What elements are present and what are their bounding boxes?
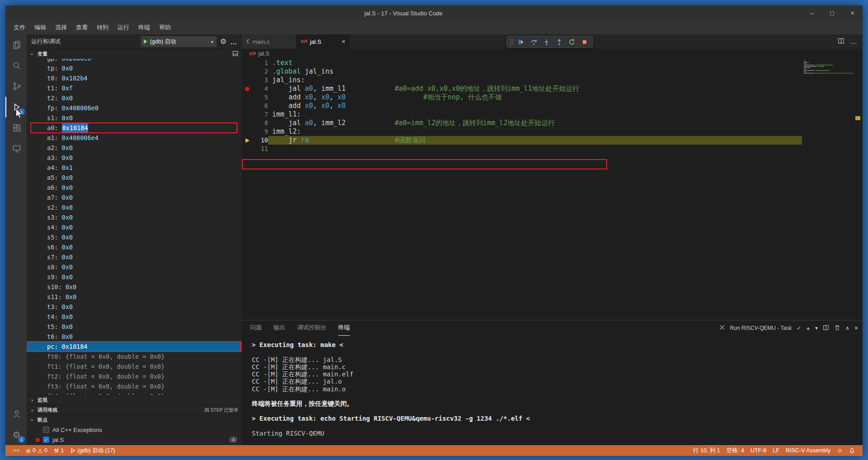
variable-row-s4[interactable]: s4: 0x0 xyxy=(27,222,242,232)
variable-row-a1[interactable]: a1: 0x408006e4 xyxy=(27,133,242,143)
indentation[interactable]: 空格: 4 xyxy=(723,447,747,455)
terminal-task-label[interactable]: Run RISCV-QEMU - Task xyxy=(730,325,792,331)
gutter-glyph-margin[interactable] xyxy=(242,76,254,84)
continue-button[interactable] xyxy=(516,37,527,47)
tab-main-c[interactable]: C main.c xyxy=(242,34,296,49)
eol-sequence[interactable]: LF xyxy=(769,447,783,454)
search-icon[interactable] xyxy=(5,55,27,76)
menu-item-3[interactable]: 查看 xyxy=(71,21,92,34)
code-text[interactable]: .global jal_ins xyxy=(268,67,802,76)
line-number[interactable]: 7 xyxy=(254,110,268,119)
variable-row-t1[interactable]: t1: 0xf xyxy=(27,83,242,93)
run-debug-icon[interactable]: 1 xyxy=(5,97,27,117)
line-number[interactable]: 9 xyxy=(254,127,268,136)
gutter-glyph-margin[interactable] xyxy=(242,145,254,153)
code-line-8[interactable]: 8 jal a0, imm_l2 #a0=imm_l2的地址，跳转到imm_l2… xyxy=(242,119,802,127)
gutter-glyph-margin[interactable] xyxy=(242,119,254,127)
call-stack-section-header[interactable]: › 调用堆栈 因 STEP 已暂停 xyxy=(27,405,242,415)
variable-row-s5[interactable]: s5: 0x0 xyxy=(27,232,242,242)
gutter-glyph-margin[interactable] xyxy=(242,127,254,136)
gutter-glyph-margin[interactable] xyxy=(242,93,254,102)
tab-jal-s[interactable]: ASM jal.S × xyxy=(296,34,350,49)
new-terminal-icon[interactable]: + xyxy=(806,324,810,332)
variable-row-s9[interactable]: s9: 0x0 xyxy=(27,272,242,282)
code-line-5[interactable]: 5 add x0, x0, x0 #相当于nop, 什么也不做 xyxy=(242,93,802,102)
gutter-glyph-margin[interactable] xyxy=(242,102,254,110)
source-control-icon[interactable] xyxy=(5,76,27,97)
variables-section-header[interactable]: › 变量 xyxy=(27,49,242,59)
breakpoint-row-jal[interactable]: ✓ jal.S 4 xyxy=(27,435,242,445)
variable-row-t4[interactable]: t4: 0x0 xyxy=(27,312,242,322)
variable-row-s10[interactable]: s10: 0x0 xyxy=(27,282,242,292)
gutter-glyph-margin[interactable] xyxy=(242,84,254,93)
variable-row-a3[interactable]: a3: 0x0 xyxy=(27,153,242,163)
open-panel-icon[interactable] xyxy=(232,51,238,57)
variable-row-ft3[interactable]: ft3: {float = 0x0, double = 0x0} xyxy=(27,381,242,391)
step-out-button[interactable] xyxy=(554,37,565,47)
tab-close-icon[interactable]: × xyxy=(342,38,345,45)
breakpoints-section-header[interactable]: › 断点 xyxy=(27,415,242,425)
variable-row-s3[interactable]: s3: 0x0 xyxy=(27,212,242,222)
step-into-button[interactable] xyxy=(541,37,552,47)
encoding[interactable]: UTF-8 xyxy=(747,447,769,454)
tab-debug-console[interactable]: 调试控制台 xyxy=(297,320,326,336)
variable-row-a4[interactable]: a4: 0x1 xyxy=(27,163,242,173)
code-editor[interactable]: 1.text2.global jal_ins3jal_ins:4 jal a0,… xyxy=(242,59,802,320)
variable-row-s6[interactable]: s6: 0x0 xyxy=(27,242,242,252)
line-number[interactable]: 4 xyxy=(254,84,268,93)
debug-settings-gear-icon[interactable]: ⚙ xyxy=(220,38,226,45)
variable-row-t0[interactable]: t0: 0x102b4 xyxy=(27,73,242,83)
cursor-position[interactable]: 行 10, 列 1 xyxy=(690,447,723,455)
gutter-glyph-margin[interactable] xyxy=(242,59,254,67)
tab-terminal[interactable]: 终端 xyxy=(338,320,350,336)
line-number[interactable]: 5 xyxy=(254,93,268,102)
line-number[interactable]: 11 xyxy=(254,145,268,153)
variable-row-pc[interactable]: pc: 0x10184 xyxy=(27,342,242,352)
editor-more-actions-icon[interactable]: … xyxy=(850,38,857,46)
menu-item-4[interactable]: 转到 xyxy=(92,21,113,34)
code-line-1[interactable]: 1.text xyxy=(242,59,802,67)
code-line-11[interactable]: 11 xyxy=(242,145,802,153)
variable-row-a7[interactable]: a7: 0x0 xyxy=(27,192,242,202)
code-line-6[interactable]: 6 add x0, x0, x0 xyxy=(242,102,802,110)
minimap[interactable] xyxy=(802,59,854,320)
checkbox-unchecked[interactable] xyxy=(43,427,49,433)
start-debug-icon[interactable] xyxy=(144,39,147,44)
variable-row-fp[interactable]: fp: 0x408006e0 xyxy=(27,103,242,113)
explorer-icon[interactable] xyxy=(5,34,27,55)
line-number[interactable]: 1 xyxy=(254,59,268,67)
variable-row-ft0[interactable]: ft0: {float = 0x0, double = 0x0} xyxy=(27,352,242,361)
variable-row-a5[interactable]: a5: 0x0 xyxy=(27,173,242,183)
menu-item-2[interactable]: 选择 xyxy=(51,21,71,34)
variable-row-s1[interactable]: s1: 0x0 xyxy=(27,113,242,123)
code-text[interactable]: jal a0, imm_l2 #a0=imm_l2的地址，跳转到imm_l2地址… xyxy=(268,119,802,127)
code-text[interactable]: jal a0, imm_l1 #a0=add x0,x0,x0的地址，跳转到im… xyxy=(268,84,802,93)
variable-row-ft4[interactable]: ft4: {float = 0x0, double = 0x0} xyxy=(27,391,242,395)
code-line-7[interactable]: 7imm_l1: xyxy=(242,110,802,119)
menu-item-7[interactable]: 帮助 xyxy=(155,21,175,34)
maximize-panel-icon[interactable]: ∧ xyxy=(845,325,849,331)
code-text[interactable]: jr ra #函数返回 xyxy=(268,136,802,145)
variable-row-gp[interactable]: gp: 0x2080c0 xyxy=(27,59,242,63)
split-terminal-icon[interactable] xyxy=(823,324,829,332)
maximize-button[interactable]: □ xyxy=(822,5,842,21)
checkbox-checked[interactable]: ✓ xyxy=(43,437,49,443)
debug-session-indicator[interactable]: (gdb) 启动 (17) xyxy=(67,447,118,455)
code-line-2[interactable]: 2.global jal_ins xyxy=(242,67,802,76)
code-text[interactable]: .text xyxy=(268,59,802,67)
code-line-9[interactable]: 9imm_l2: xyxy=(242,127,802,136)
step-over-button[interactable] xyxy=(528,37,539,47)
account-icon[interactable] xyxy=(5,404,27,424)
code-line-3[interactable]: 3jal_ins: xyxy=(242,76,802,84)
gutter-glyph-margin[interactable] xyxy=(242,110,254,119)
stop-button[interactable] xyxy=(579,37,590,47)
terminal-dropdown-icon[interactable]: ▾ xyxy=(815,325,818,331)
variable-row-t3[interactable]: t3: 0x0 xyxy=(27,302,242,312)
extensions-icon[interactable] xyxy=(5,117,27,138)
code-text[interactable]: add x0, x0, x0 xyxy=(268,102,802,110)
variable-row-a6[interactable]: a6: 0x0 xyxy=(27,183,242,192)
close-button[interactable]: × xyxy=(842,5,863,21)
menu-item-1[interactable]: 编辑 xyxy=(30,21,51,34)
menu-item-6[interactable]: 终端 xyxy=(134,21,155,34)
code-line-4[interactable]: 4 jal a0, imm_l1 #a0=add x0,x0,x0的地址，跳转到… xyxy=(242,84,802,93)
